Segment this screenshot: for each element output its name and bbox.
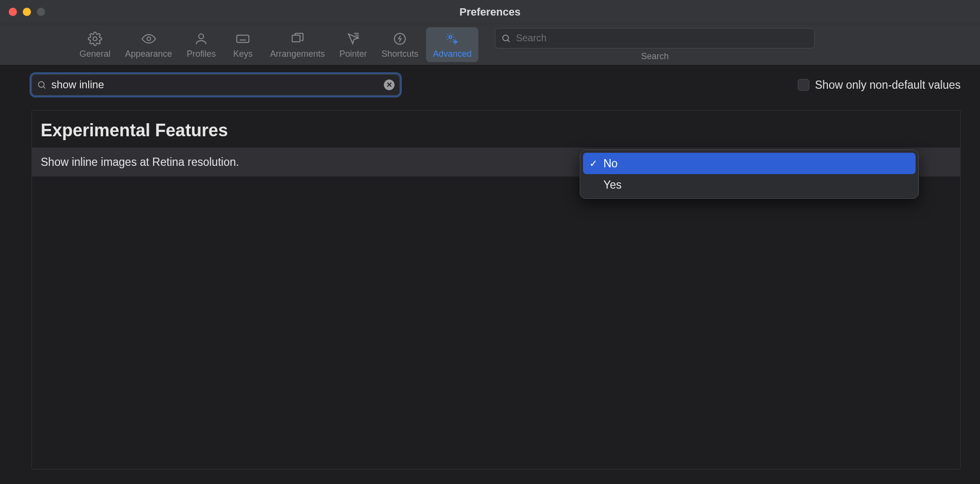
profile-icon: [193, 32, 209, 46]
tab-pointer[interactable]: Pointer: [332, 27, 374, 62]
tab-arrangements[interactable]: Arrangements: [263, 27, 332, 62]
tab-advanced[interactable]: Advanced: [426, 27, 478, 62]
close-icon: ✕: [386, 81, 393, 89]
cursor-icon: [345, 32, 362, 46]
tab-profiles[interactable]: Profiles: [180, 27, 222, 62]
tab-shortcuts[interactable]: Shortcuts: [375, 27, 425, 62]
svg-point-14: [449, 35, 452, 38]
close-window-button[interactable]: [9, 8, 17, 16]
dropdown-option-yes[interactable]: Yes: [583, 174, 916, 195]
svg-point-18: [38, 81, 44, 87]
tab-profiles-label: Profiles: [187, 49, 216, 59]
nondefault-checkbox-label: Show only non-default values: [815, 79, 961, 92]
tab-general-label: General: [79, 49, 111, 59]
title-bar: Preferences: [0, 0, 980, 24]
search-icon: [37, 80, 47, 90]
filter-input[interactable]: [51, 79, 379, 91]
lightning-icon: [392, 32, 408, 46]
filter-box[interactable]: ✕: [32, 74, 400, 96]
preferences-toolbar: General Appearance Profiles Keys: [0, 24, 980, 65]
nondefault-checkbox[interactable]: [798, 79, 809, 91]
check-icon: ✓: [589, 158, 598, 169]
zoom-window-button[interactable]: [37, 8, 45, 16]
svg-line-17: [508, 40, 510, 42]
keyboard-icon: [233, 32, 253, 46]
tab-shortcuts-label: Shortcuts: [381, 49, 418, 59]
toolbar-search-wrap: Search: [495, 28, 815, 62]
tab-advanced-label: Advanced: [433, 49, 472, 59]
tab-general[interactable]: General: [73, 27, 117, 62]
section-header: Experimental Features: [32, 111, 960, 147]
windows-icon: [287, 32, 308, 46]
search-icon: [501, 33, 511, 43]
traffic-lights: [0, 8, 45, 16]
filter-row: ✕ Show only non-default values: [32, 74, 961, 96]
value-dropdown: ✓ No Yes: [580, 149, 919, 199]
eye-icon: [138, 32, 159, 46]
tab-row: General Appearance Profiles Keys: [10, 27, 478, 62]
tab-keys[interactable]: Keys: [223, 27, 262, 62]
toolbar-search-input[interactable]: [516, 32, 808, 44]
gear-icon: [86, 32, 104, 46]
tab-appearance-label: Appearance: [125, 49, 172, 59]
window-title: Preferences: [459, 6, 521, 18]
clear-filter-button[interactable]: ✕: [384, 80, 395, 90]
results-area: Experimental Features Show inline images…: [32, 110, 961, 469]
minimize-window-button[interactable]: [23, 8, 31, 16]
tab-appearance[interactable]: Appearance: [118, 27, 179, 62]
toolbar-search[interactable]: [495, 28, 815, 48]
dropdown-option-no[interactable]: ✓ No: [583, 153, 916, 174]
svg-point-16: [503, 35, 509, 41]
dropdown-option-label: No: [603, 157, 617, 170]
svg-point-0: [93, 37, 97, 41]
svg-point-1: [147, 37, 151, 41]
svg-point-15: [454, 41, 457, 43]
tab-pointer-label: Pointer: [339, 49, 367, 59]
svg-rect-9: [292, 35, 300, 42]
preferences-window: Preferences General Appearance Profi: [0, 0, 980, 484]
setting-row-label: Show inline images at Retina resolution.: [41, 156, 239, 169]
nondefault-checkbox-row[interactable]: Show only non-default values: [798, 79, 961, 92]
svg-rect-3: [237, 35, 249, 42]
svg-point-2: [199, 34, 204, 39]
dropdown-option-label: Yes: [603, 178, 622, 192]
tab-arrangements-label: Arrangements: [270, 49, 325, 59]
gears-icon: [442, 32, 463, 46]
advanced-content: ✕ Show only non-default values Experimen…: [0, 65, 980, 484]
toolbar-search-label: Search: [641, 51, 669, 62]
svg-line-19: [44, 87, 46, 89]
tab-keys-label: Keys: [233, 49, 253, 59]
